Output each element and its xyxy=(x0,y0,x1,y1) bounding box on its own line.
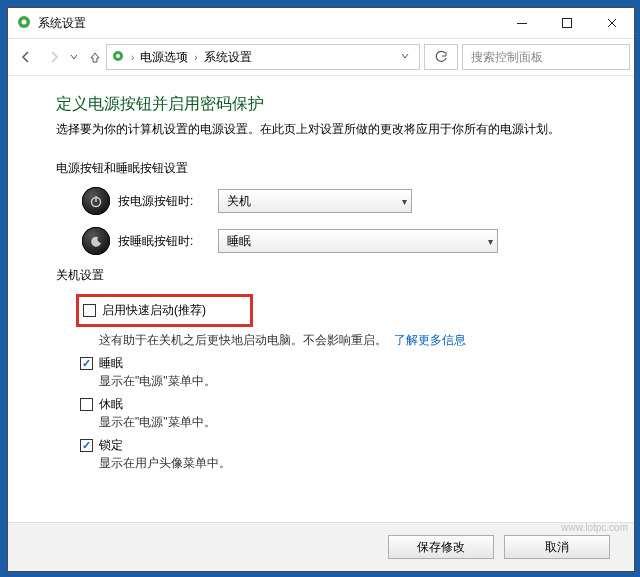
section-buttons-label: 电源按钮和睡眠按钮设置 xyxy=(56,160,586,177)
up-button[interactable] xyxy=(84,43,106,71)
back-button[interactable] xyxy=(12,43,40,71)
fast-startup-highlight: 启用快速启动(推荐) xyxy=(76,294,253,327)
power-icon xyxy=(82,187,110,215)
sleep-option-label: 睡眠 xyxy=(99,355,123,372)
save-button[interactable]: 保存修改 xyxy=(388,535,494,559)
cancel-button[interactable]: 取消 xyxy=(504,535,610,559)
svg-point-5 xyxy=(116,54,120,58)
sleep-icon xyxy=(82,227,110,255)
power-button-select[interactable]: 关机 ▾ xyxy=(218,189,412,213)
sleep-button-value: 睡眠 xyxy=(227,233,251,250)
sleep-checkbox[interactable] xyxy=(80,357,93,370)
lock-option-hint: 显示在用户头像菜单中。 xyxy=(99,455,586,472)
breadcrumb-root-icon xyxy=(111,49,125,66)
lock-option-label: 锁定 xyxy=(99,437,123,454)
hibernate-option-label: 休眠 xyxy=(99,396,123,413)
sleep-button-select[interactable]: 睡眠 ▾ xyxy=(218,229,498,253)
close-button[interactable] xyxy=(589,8,634,38)
search-input[interactable] xyxy=(469,49,629,65)
chevron-down-icon: ▾ xyxy=(402,196,407,207)
sleep-button-row: 按睡眠按钮时: 睡眠 ▾ xyxy=(82,227,586,255)
maximize-button[interactable] xyxy=(544,8,589,38)
svg-rect-3 xyxy=(562,19,571,28)
title-bar: 系统设置 xyxy=(8,8,634,38)
history-dropdown[interactable] xyxy=(68,53,80,61)
breadcrumb-item-power[interactable]: 电源选项 xyxy=(140,49,188,66)
title-bar-icon xyxy=(16,14,32,33)
window: 系统设置 › xyxy=(7,7,635,572)
fast-startup-label: 启用快速启动(推荐) xyxy=(102,302,206,319)
section-shutdown-label: 关机设置 xyxy=(56,267,586,284)
svg-point-1 xyxy=(22,19,27,24)
breadcrumb-dropdown[interactable] xyxy=(395,50,415,64)
page-title: 定义电源按钮并启用密码保护 xyxy=(56,94,586,115)
refresh-button[interactable] xyxy=(424,44,458,70)
fast-startup-checkbox[interactable] xyxy=(83,304,96,317)
forward-button[interactable] xyxy=(40,43,68,71)
svg-rect-2 xyxy=(517,23,527,24)
chevron-right-icon: › xyxy=(131,52,134,63)
power-button-value: 关机 xyxy=(227,193,251,210)
power-button-label: 按电源按钮时: xyxy=(118,193,210,210)
chevron-right-icon: › xyxy=(194,52,197,63)
window-title: 系统设置 xyxy=(38,15,86,32)
hibernate-checkbox[interactable] xyxy=(80,398,93,411)
page-description: 选择要为你的计算机设置的电源设置。在此页上对设置所做的更改将应用于你所有的电源计… xyxy=(56,121,586,138)
lock-checkbox[interactable] xyxy=(80,439,93,452)
breadcrumb-item-settings[interactable]: 系统设置 xyxy=(204,49,252,66)
breadcrumb[interactable]: › 电源选项 › 系统设置 xyxy=(106,44,420,70)
learn-more-link[interactable]: 了解更多信息 xyxy=(394,333,466,347)
chevron-down-icon: ▾ xyxy=(488,236,493,247)
power-button-row: 按电源按钮时: 关机 ▾ xyxy=(82,187,586,215)
nav-bar: › 电源选项 › 系统设置 xyxy=(8,38,634,76)
hibernate-option-hint: 显示在"电源"菜单中。 xyxy=(99,414,586,431)
footer: 保存修改 取消 xyxy=(8,522,634,571)
sleep-option-hint: 显示在"电源"菜单中。 xyxy=(99,373,586,390)
search-box[interactable] xyxy=(462,44,630,70)
minimize-button[interactable] xyxy=(499,8,544,38)
content-area: 定义电源按钮并启用密码保护 选择要为你的计算机设置的电源设置。在此页上对设置所做… xyxy=(8,76,634,522)
fast-startup-hint: 这有助于在关机之后更快地启动电脑。不会影响重启。 了解更多信息 xyxy=(99,332,586,349)
sleep-button-label: 按睡眠按钮时: xyxy=(118,233,210,250)
